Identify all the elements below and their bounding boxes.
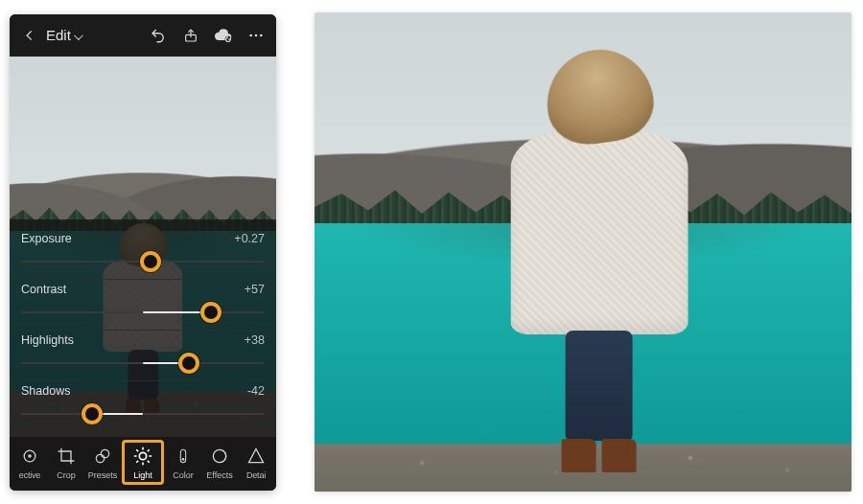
- undo-button[interactable]: [146, 23, 171, 48]
- svg-point-19: [182, 458, 185, 461]
- photo-preview[interactable]: Exposure +0.27 Contrast +57: [10, 57, 276, 437]
- svg-line-14: [136, 449, 138, 451]
- tool-effects[interactable]: Effects: [201, 445, 238, 480]
- light-sliders-panel: Exposure +0.27 Contrast +57: [10, 219, 276, 437]
- exposure-value: +0.27: [234, 232, 265, 245]
- light-icon: [131, 445, 154, 468]
- svg-point-4: [260, 34, 263, 36]
- tool-presets-label: Presets: [88, 470, 118, 480]
- svg-line-17: [148, 449, 150, 451]
- tool-crop-label: Crop: [57, 470, 76, 480]
- tool-light[interactable]: Light: [122, 440, 164, 485]
- svg-point-2: [249, 34, 252, 36]
- tool-color-label: Color: [173, 470, 194, 480]
- svg-point-9: [139, 452, 146, 459]
- svg-line-15: [148, 461, 150, 463]
- back-button[interactable]: [17, 23, 42, 48]
- lightroom-phone-frame: Edit: [10, 14, 276, 491]
- svg-point-7: [96, 454, 104, 462]
- color-icon: [172, 445, 195, 468]
- tool-effects-label: Effects: [206, 470, 232, 480]
- cloud-sync-button[interactable]: [211, 23, 236, 48]
- tool-crop[interactable]: Crop: [48, 445, 84, 480]
- shadows-value: -42: [247, 384, 265, 398]
- presets-icon: [91, 445, 114, 468]
- shadows-label: Shadows: [21, 384, 70, 398]
- highlights-slider[interactable]: [21, 352, 265, 375]
- svg-marker-21: [249, 449, 264, 463]
- highlights-label: Highlights: [21, 333, 74, 347]
- svg-point-8: [101, 449, 108, 457]
- effects-icon: [208, 445, 231, 468]
- contrast-value: +57: [245, 283, 265, 296]
- exposure-label: Exposure: [21, 232, 72, 245]
- svg-point-6: [28, 454, 32, 458]
- exposure-slider[interactable]: [21, 250, 265, 273]
- result-photo: [315, 12, 851, 492]
- detail-icon: [245, 445, 268, 468]
- top-bar: Edit: [10, 14, 276, 57]
- crop-icon: [55, 445, 78, 468]
- highlights-value: +38: [245, 333, 265, 347]
- selective-icon: [18, 445, 41, 468]
- svg-line-16: [136, 461, 138, 463]
- tool-light-label: Light: [133, 470, 152, 480]
- tool-presets[interactable]: Presets: [84, 445, 121, 480]
- tool-color[interactable]: Color: [165, 445, 201, 480]
- tool-detail-label: Detai: [246, 470, 266, 480]
- more-button[interactable]: [244, 23, 268, 48]
- tool-selective[interactable]: ective: [12, 445, 48, 480]
- svg-point-3: [255, 34, 258, 36]
- bottom-toolbar: ective Crop Presets Light: [10, 437, 276, 491]
- contrast-label: Contrast: [21, 283, 66, 296]
- svg-point-20: [213, 449, 225, 462]
- tool-selective-label: ective: [19, 470, 40, 480]
- edit-menu[interactable]: Edit: [46, 27, 81, 43]
- share-button[interactable]: [178, 23, 203, 48]
- shadows-slider[interactable]: [21, 402, 265, 425]
- tool-detail[interactable]: Detai: [238, 445, 274, 480]
- contrast-slider[interactable]: [21, 301, 265, 324]
